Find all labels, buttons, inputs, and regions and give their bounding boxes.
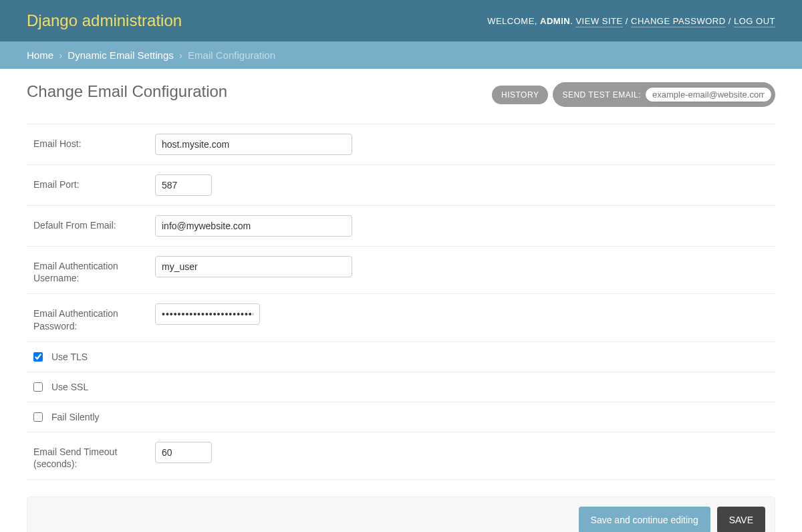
use-ssl-checkbox[interactable] (33, 382, 43, 392)
content: Change Email Configuration HISTORY SEND … (0, 69, 802, 532)
auth-username-input[interactable] (155, 256, 352, 277)
default-from-label: Default From Email: (33, 215, 155, 231)
timeout-label: Email Send Timeout (seconds): (33, 442, 155, 470)
use-tls-label: Use TLS (51, 352, 88, 362)
row-auth-password: Email Authentication Password: (27, 294, 775, 342)
history-button[interactable]: HISTORY (492, 86, 548, 104)
use-ssl-label: Use SSL (51, 382, 88, 392)
page-title: Change Email Configuration (27, 82, 227, 101)
row-use-ssl: Use SSL (27, 372, 775, 402)
send-test-email-button[interactable]: SEND TEST EMAIL: (553, 82, 775, 107)
welcome-text: WELCOME, (487, 16, 537, 26)
logout-link[interactable]: LOG OUT (734, 16, 775, 27)
change-password-link[interactable]: CHANGE PASSWORD (631, 16, 726, 27)
send-test-email-input[interactable] (645, 87, 772, 102)
row-use-tls: Use TLS (27, 342, 775, 372)
view-site-link[interactable]: VIEW SITE (575, 16, 622, 27)
row-auth-username: Email Authentication Username: (27, 247, 775, 294)
email-host-label: Email Host: (33, 134, 155, 150)
row-timeout: Email Send Timeout (seconds): (27, 432, 775, 480)
row-fail-silently: Fail Silently (27, 402, 775, 432)
row-email-port: Email Port: (27, 165, 775, 206)
timeout-input[interactable] (155, 442, 212, 463)
row-email-host: Email Host: (27, 124, 775, 165)
username: ADMIN (540, 16, 570, 26)
fail-silently-checkbox[interactable] (33, 412, 43, 422)
content-header: Change Email Configuration HISTORY SEND … (27, 82, 775, 107)
site-title: Django administration (27, 11, 182, 30)
use-tls-checkbox[interactable] (33, 352, 43, 362)
default-from-input[interactable] (155, 215, 352, 237)
email-host-input[interactable] (155, 134, 352, 155)
header: Django administration WELCOME, ADMIN. VI… (0, 0, 802, 41)
submit-row: Save and continue editing SAVE (27, 497, 775, 532)
auth-password-input[interactable] (155, 303, 260, 325)
email-port-input[interactable] (155, 174, 212, 196)
form: Email Host: Email Port: Default From Ema… (27, 124, 775, 480)
save-button[interactable]: SAVE (717, 507, 765, 532)
fail-silently-label: Fail Silently (51, 412, 100, 422)
auth-username-label: Email Authentication Username: (33, 256, 155, 284)
save-continue-button[interactable]: Save and continue editing (579, 507, 710, 532)
breadcrumb-app[interactable]: Dynamic Email Settings (68, 49, 173, 61)
email-port-label: Email Port: (33, 174, 155, 190)
row-default-from: Default From Email: (27, 206, 775, 247)
breadcrumb-home[interactable]: Home (27, 49, 53, 61)
user-tools: WELCOME, ADMIN. VIEW SITE / CHANGE PASSW… (487, 16, 775, 26)
send-test-label: SEND TEST EMAIL: (562, 90, 641, 100)
breadcrumb-current: Email Configuration (188, 49, 275, 61)
object-tools: HISTORY SEND TEST EMAIL: (492, 82, 775, 107)
breadcrumb: Home › Dynamic Email Settings › Email Co… (0, 41, 802, 69)
auth-password-label: Email Authentication Password: (33, 303, 155, 331)
